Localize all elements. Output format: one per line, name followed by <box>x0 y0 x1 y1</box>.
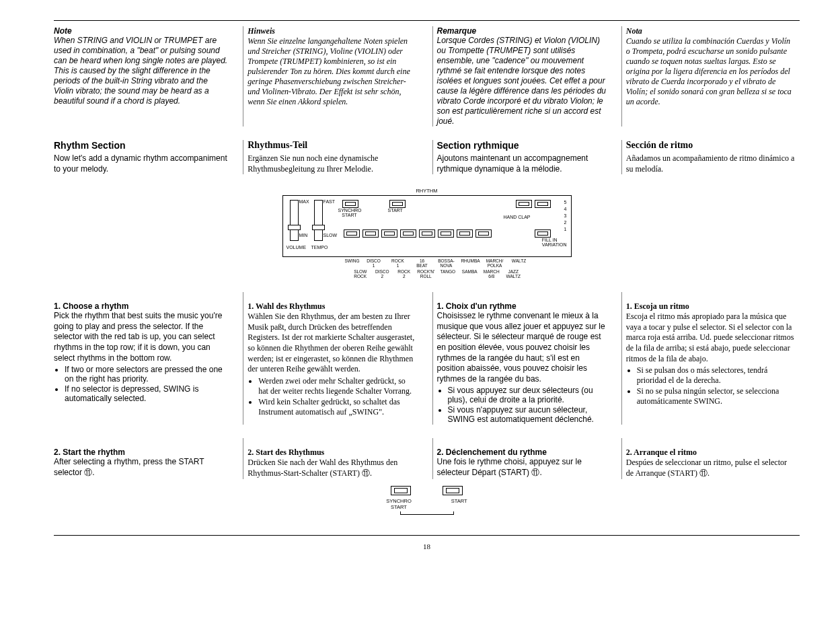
br3: ROCK'N' ROLL <box>415 269 437 279</box>
fast-label: FAST <box>323 199 336 204</box>
note-label-fr: Remarque <box>437 26 607 36</box>
head-de: Rhythmus-Teil <box>247 140 417 151</box>
br6: MARCH 6/8 <box>481 269 503 279</box>
s1l2-es: Si no se pulsa ningún selector, se selec… <box>637 386 796 406</box>
tr1: ROCK 1 <box>386 258 410 268</box>
note-body-es: Cuando se utiliza la combinación Cuerdas… <box>626 36 796 107</box>
diagram-title: RHYTHM <box>282 188 572 194</box>
rhythm-heads: Rhythm Section Now let's add a dynamic r… <box>54 140 800 174</box>
br4: TANGO <box>437 269 459 279</box>
note-label-de: Hinweis <box>247 26 417 36</box>
start-button <box>389 200 406 208</box>
s1h-fr: 1. Choix d'un rythme <box>437 301 607 311</box>
tempo-slider <box>314 200 323 241</box>
br7: JAZZ WALTZ <box>502 269 525 279</box>
swing-label: SWING <box>343 258 362 268</box>
br5: SAMBA <box>459 269 481 279</box>
tr3: BOSSA- NOVA <box>434 258 459 268</box>
volume-slider <box>290 200 299 241</box>
fillin-label: FILL IN VARIATION <box>542 238 567 247</box>
rhythm-panel: MAX MIN FAST SLOW VOLUME TEMPO SYNCHRO S… <box>282 195 572 257</box>
s1b-fr: Choisissez le rythme convenant le mieux … <box>437 311 607 384</box>
scale-2: 2 <box>564 220 567 225</box>
s2b-en: After selecting a rhythm, press the STAR… <box>54 457 228 478</box>
s2b-fr: Une fois le rythme choisi, appuyez sur l… <box>437 457 607 478</box>
s1b-en: Pick the rhythm that best suits the musi… <box>54 311 228 363</box>
head-fr: Section rythmique <box>437 140 607 151</box>
tr4: RHUMBA <box>459 258 483 268</box>
s1l1-es: Si se pulsan dos o más selectores, tendr… <box>637 365 796 386</box>
s1l1-de: Werden zwei oder mehr Schalter gedrückt,… <box>258 376 417 396</box>
rsel-5 <box>438 229 454 238</box>
scale-4: 4 <box>564 207 567 211</box>
rsel-6 <box>457 229 473 238</box>
note-body-de: Wenn Sie einzelne langangehaltene Noten … <box>247 36 417 107</box>
head-es: Sección de ritmo <box>626 140 796 151</box>
rhythm-panel-diagram: RHYTHM MAX MIN FAST SLOW VOLUME TEMPO SY… <box>282 188 572 279</box>
s1l1-en: If two or more selectors are pressed the… <box>65 365 228 384</box>
body-en: Now let's add a dynamic rhythm accompani… <box>54 153 228 174</box>
scale-1: 1 <box>564 227 567 231</box>
rsel-7 <box>475 229 492 238</box>
rsel-3 <box>400 229 416 238</box>
br0: SLOW ROCK <box>350 269 372 279</box>
start-btn-small <box>443 486 463 495</box>
s2h-en: 2. Start the rhythm <box>54 448 228 457</box>
bottom-rule <box>54 535 800 536</box>
btn-r2 <box>535 200 551 208</box>
notes-row: Note When STRING and VIOLIN or TRUMPET a… <box>54 26 800 127</box>
note-label-en: Note <box>54 26 228 36</box>
s2h-es: 2. Arranque el ritmo <box>626 448 796 458</box>
s1h-es: 1. Escoja un ritmo <box>626 301 796 312</box>
rsel-4 <box>419 229 435 238</box>
s2h-fr: 2. Déclenchement du rythme <box>437 448 607 457</box>
min-label: MIN <box>299 233 308 238</box>
slow-label: SLOW <box>323 233 338 238</box>
tempo-label: TEMPO <box>311 245 328 250</box>
s1l2-de: Wird kein Schalter gedrückt, so schaltet… <box>258 397 417 417</box>
page-number: 18 <box>54 542 800 550</box>
body-fr: Ajoutons maintenant un accompagnement ry… <box>437 153 607 174</box>
head-en: Rhythm Section <box>54 140 228 151</box>
tr0: DISCO 1 <box>362 258 386 268</box>
max-label: MAX <box>299 199 309 204</box>
s1b-de: Wählen Sie den Rhythmus, der am besten z… <box>247 312 417 375</box>
btn-r1 <box>516 200 532 208</box>
start-diagram: SYNCHRO START START <box>380 486 474 515</box>
volume-label: VOLUME <box>287 245 307 250</box>
handclap-label: HAND CLAP <box>503 215 530 219</box>
rsel-0 <box>344 229 360 238</box>
rsel-1 <box>362 229 379 238</box>
s1h-en: 1. Choose a rhythm <box>54 301 228 311</box>
body-es: Añadamos un acompañamiento de ritmo diná… <box>626 153 796 174</box>
rsel-2 <box>381 229 397 238</box>
note-label-es: Nota <box>626 26 796 36</box>
tr5: MARCH/ POLKA <box>483 258 507 268</box>
step1-row: 1. Choose a rhythm Pick the rhythm that … <box>54 292 800 425</box>
top-rule <box>54 20 800 21</box>
s1l2-en: If no selector is depressed, SWING is au… <box>65 384 228 403</box>
scale-5: 5 <box>564 200 567 205</box>
br2: ROCK 2 <box>393 269 416 279</box>
synchro-start-button <box>342 200 358 208</box>
note-body-en: When STRING and VIOLIN or TRUMPET are us… <box>54 36 228 106</box>
synchro-btn-small <box>391 486 411 495</box>
s1l1-fr: Si vous appuyez sur deux sélecteurs (ou … <box>448 386 607 404</box>
start-label: START <box>388 208 403 213</box>
s2h-de: 2. Start des Rhythmus <box>247 448 417 458</box>
synchro-small-label: SYNCHRO START <box>386 498 412 510</box>
step2-row: 2. Start the rhythm After selecting a rh… <box>54 438 800 478</box>
start-small-label: START <box>451 498 467 510</box>
tr6: WALTZ <box>507 258 531 268</box>
body-de: Ergänzen Sie nun noch eine dynamische Rh… <box>247 153 417 174</box>
fillin-button <box>535 229 551 238</box>
note-body-fr: Lorsque Cordes (STRING) et Violon (VIOLI… <box>437 36 607 127</box>
s1b-es: Escoja el ritmo más apropiado para la mú… <box>626 312 796 364</box>
s1h-de: 1. Wahl des Rhythmus <box>247 301 417 312</box>
s1l2-fr: Si vous n'appuyez sur aucun sélecteur, S… <box>448 405 607 424</box>
s2b-de: Drücken Sie nach der Wahl des Rhythmus d… <box>247 458 417 478</box>
scale-3: 3 <box>564 213 567 218</box>
s2b-es: Despúes de seleccionar un ritmo, pulse e… <box>626 458 796 478</box>
synchro-label: SYNCHRO START <box>338 208 361 217</box>
tr2: 16 BEAT <box>410 258 434 268</box>
